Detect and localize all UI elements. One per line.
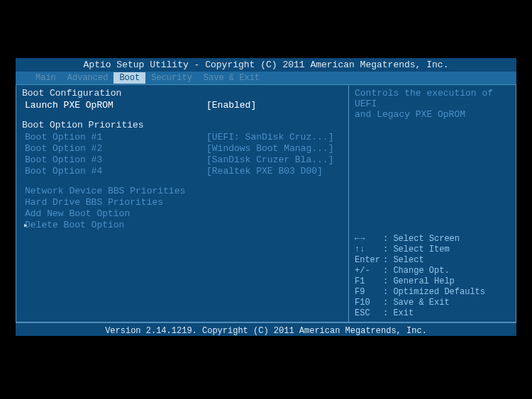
option-label: Hard Drive BBS Priorities	[22, 197, 206, 208]
settings-pane: Boot Configuration Launch PXE OpROM [Ena…	[16, 85, 349, 322]
boot-option-1[interactable]: Boot Option #1 [UEFI: SanDisk Cruz...]	[22, 132, 343, 143]
option-label: Network Device BBS Priorities	[22, 186, 206, 197]
key-general-help: F1: General Help	[355, 276, 510, 287]
option-value: [Enabled]	[206, 100, 256, 111]
boot-option-3[interactable]: Boot Option #3 [SanDisk Cruzer Bla...]	[22, 154, 343, 166]
option-label: Delete Boot Option	[22, 220, 206, 231]
bios-footer: Version 2.14.1219. Copyright (C) 2011 Am…	[16, 322, 516, 339]
cursor-icon: ▸	[23, 220, 28, 231]
tab-security[interactable]: Security	[145, 72, 198, 84]
boot-option-2[interactable]: Boot Option #2 [Windows Boot Manag...]	[22, 143, 343, 154]
add-new-boot-option[interactable]: Add New Boot Option	[22, 208, 343, 220]
key-change-opt: +/-: Change Opt.	[355, 266, 510, 276]
help-line: and Legacy PXE OpROM	[355, 109, 510, 120]
network-bbs-priorities[interactable]: Network Device BBS Priorities	[22, 186, 343, 197]
tab-advanced[interactable]: Advanced	[62, 72, 114, 84]
key-legend: ←→: Select Screen ↑↓: Select Item Enter:…	[355, 234, 510, 319]
bios-title: Aptio Setup Utility - Copyright (C) 2011…	[16, 58, 516, 72]
option-label: Boot Option #1	[22, 132, 206, 143]
option-label: Launch PXE OpROM	[22, 100, 206, 111]
tab-boot[interactable]: Boot	[113, 72, 145, 84]
option-label: Boot Option #3	[22, 154, 206, 166]
option-label: Boot Option #4	[22, 166, 206, 177]
key-save-exit: F10: Save & Exit	[355, 298, 510, 308]
key-exit: ESC: Exit	[355, 308, 510, 319]
option-launch-pxe-oprom[interactable]: Launch PXE OpROM [Enabled]	[22, 100, 343, 111]
option-label: Boot Option #2	[22, 143, 206, 154]
context-help: Controls the execution of UEFI and Legac…	[355, 88, 510, 120]
option-label: Add New Boot Option	[22, 208, 206, 220]
key-optimized-defaults: F9: Optimized Defaults	[355, 287, 510, 298]
option-value: [SanDisk Cruzer Bla...]	[206, 154, 333, 166]
delete-boot-option[interactable]: ▸ Delete Boot Option	[22, 220, 343, 231]
option-value: [Windows Boot Manag...]	[206, 143, 333, 154]
heading-boot-config: Boot Configuration	[22, 88, 343, 99]
help-line: Controls the execution of UEFI	[355, 88, 510, 109]
option-value: [Realtek PXE B03 D00]	[206, 166, 323, 177]
key-select: Enter: Select	[355, 255, 510, 266]
menu-tabs: Main Advanced Boot Security Save & Exit	[16, 72, 516, 84]
heading-boot-priorities: Boot Option Priorities	[22, 120, 343, 130]
help-pane: Controls the execution of UEFI and Legac…	[349, 85, 516, 322]
hard-drive-bbs-priorities[interactable]: Hard Drive BBS Priorities	[22, 197, 343, 208]
tab-save-exit[interactable]: Save & Exit	[198, 72, 265, 84]
boot-option-4[interactable]: Boot Option #4 [Realtek PXE B03 D00]	[22, 166, 343, 177]
key-select-item: ↑↓: Select Item	[355, 245, 510, 255]
option-value: [UEFI: SanDisk Cruz...]	[206, 132, 333, 143]
tab-main[interactable]: Main	[30, 72, 62, 84]
key-select-screen: ←→: Select Screen	[355, 234, 510, 245]
